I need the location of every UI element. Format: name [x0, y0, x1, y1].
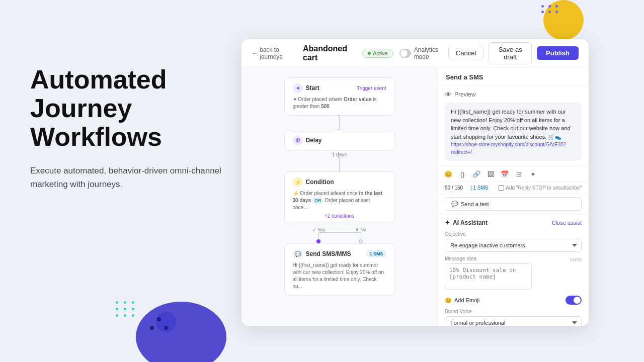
- objective-label: Objective: [445, 231, 582, 237]
- workflow-canvas: ✦ Start Trigger event ✦ Order placed whe…: [242, 67, 438, 326]
- back-arrow-icon: ←: [252, 50, 258, 57]
- active-label: Active: [373, 50, 388, 56]
- add-emoji-row: 😊 Add Emoji: [445, 296, 582, 305]
- sms-label: Send SMS/MMS: [306, 250, 351, 257]
- ai-title: ✦ AI Assistant: [445, 219, 488, 226]
- brand-voice-label: Brand Voice: [445, 309, 582, 314]
- ai-star-icon: ✦: [445, 219, 450, 226]
- deco-dots-top: [541, 5, 559, 13]
- svg-point-2: [150, 326, 154, 330]
- toolbar-row: 😊 {} 🔗 🖼 📅 ⊞ ✦: [438, 166, 589, 182]
- table-icon[interactable]: ⊞: [513, 168, 524, 179]
- message-idea-label: Message Idea: [445, 256, 476, 261]
- ai-close-button[interactable]: Close assist: [552, 220, 582, 226]
- brand-voice-group: Brand Voice Formal or professional: [445, 309, 582, 326]
- objective-select[interactable]: Re-engage inactive customers: [445, 239, 582, 252]
- svg-point-0: [136, 302, 226, 362]
- deco-blob: [116, 272, 226, 362]
- panel-header: ← back to journeys Abandoned cart Active…: [242, 39, 589, 67]
- message-idea-textarea[interactable]: [445, 263, 532, 290]
- delay-icon: ⏱: [293, 135, 303, 145]
- send-test-button[interactable]: 💬 Send a test: [445, 197, 582, 211]
- char-limit: 0/150: [570, 257, 582, 262]
- ai-header: ✦ AI Assistant Close assist: [445, 219, 582, 226]
- eye-icon: 👁: [445, 90, 452, 99]
- sms-count-badge: | 1 SMS: [470, 185, 488, 191]
- hero-title: Automated Journey Workflows: [30, 65, 221, 152]
- add-emoji-label: 😊 Add Emoji: [445, 297, 479, 304]
- panel-title: Abandoned cart: [303, 44, 356, 62]
- sms-preview: Hi {{first_name}} get ready for summer w…: [293, 262, 386, 290]
- connector-2: [339, 157, 340, 171]
- hero-subtitle: Execute automated, behavior-driven omni-…: [30, 164, 221, 191]
- sms-badge: 1 SMS: [366, 250, 386, 257]
- active-badge: Active: [362, 49, 393, 58]
- analytics-toggle-switch[interactable]: [399, 49, 411, 58]
- sms-node[interactable]: 💬 Send SMS/MMS 1 SMS Hi {{first_name}} g…: [284, 243, 395, 296]
- condition-body: ⚡ Order placed atleast once in the last …: [293, 190, 386, 211]
- image-icon[interactable]: 🖼: [485, 168, 496, 179]
- active-dot-icon: [368, 52, 371, 55]
- plus-conditions[interactable]: +2 conditions: [293, 213, 386, 219]
- brand-voice-select[interactable]: Formal or professional: [445, 316, 582, 326]
- trigger-event-label: Trigger event: [357, 85, 386, 91]
- back-link[interactable]: ← back to journeys: [252, 46, 297, 60]
- svg-point-3: [157, 317, 161, 321]
- delay-label: Delay: [306, 137, 322, 144]
- objective-group: Objective Re-engage inactive customers: [445, 231, 582, 252]
- publish-button[interactable]: Publish: [537, 46, 579, 60]
- calendar-icon[interactable]: 📅: [499, 168, 510, 179]
- preview-bubble: Hi {{first_name}} get ready for summer w…: [445, 103, 582, 161]
- variables-icon[interactable]: {}: [457, 168, 468, 179]
- connector-1: [339, 116, 340, 130]
- condition-icon: ⚡: [293, 177, 303, 187]
- reply-stop-row: Add "Reply STOP to unsubscribe": [499, 185, 582, 191]
- header-actions: Analytics mode Cancel Save as draft Publ…: [399, 42, 579, 64]
- branch-connectors: ✓ Yes ✗ No: [252, 225, 427, 243]
- condition-node[interactable]: ⚡ Condition ⚡ Order placed atleast once …: [284, 171, 395, 224]
- sms-panel-header: Send a SMS: [438, 67, 589, 85]
- ai-assistant-panel: ✦ AI Assistant Close assist Objective Re…: [438, 214, 589, 326]
- svg-point-4: [164, 326, 168, 330]
- preview-link: https://shoe-store.myshopify.com/discoun…: [451, 141, 576, 156]
- message-icon: 💬: [451, 201, 458, 207]
- delay-node[interactable]: ⏱ Delay: [284, 130, 395, 151]
- reply-stop-checkbox[interactable]: [499, 185, 504, 191]
- message-idea-group: Message Idea 0/150: [445, 256, 582, 292]
- link-icon[interactable]: 🔗: [471, 168, 482, 179]
- main-panel: ← back to journeys Abandoned cart Active…: [242, 39, 589, 326]
- analytics-label: Analytics mode: [414, 46, 443, 60]
- cancel-button[interactable]: Cancel: [448, 46, 484, 60]
- analytics-toggle[interactable]: Analytics mode: [399, 46, 443, 60]
- char-count: 90 / 150: [445, 185, 463, 191]
- save-draft-button[interactable]: Save as draft: [489, 42, 532, 64]
- panel-body: ✦ Start Trigger event ✦ Order placed whe…: [242, 67, 589, 326]
- start-label: Start: [306, 84, 319, 92]
- start-icon: ✦: [293, 83, 303, 93]
- preview-label: 👁 Preview: [445, 90, 582, 99]
- more-toolbar-icon[interactable]: ✦: [527, 168, 538, 179]
- emoji-face-icon: 😊: [445, 297, 452, 304]
- hero-section: Automated Journey Workflows Execute auto…: [30, 65, 221, 191]
- emoji-toolbar-icon[interactable]: 😊: [443, 168, 454, 179]
- preview-footer: 90 / 150 | 1 SMS Add "Reply STOP to unsu…: [438, 182, 589, 194]
- emoji-toggle[interactable]: [566, 296, 582, 305]
- start-node-body: ✦ Order placed where Order value is grea…: [293, 96, 386, 110]
- condition-label: Condition: [306, 178, 334, 186]
- sms-right-panel: Send a SMS 👁 Preview Hi {{first_name}} g…: [438, 67, 589, 326]
- preview-section: 👁 Preview Hi {{first_name}} get ready fo…: [438, 85, 589, 166]
- sms-icon: 💬: [293, 249, 303, 259]
- start-node[interactable]: ✦ Start Trigger event ✦ Order placed whe…: [284, 77, 395, 116]
